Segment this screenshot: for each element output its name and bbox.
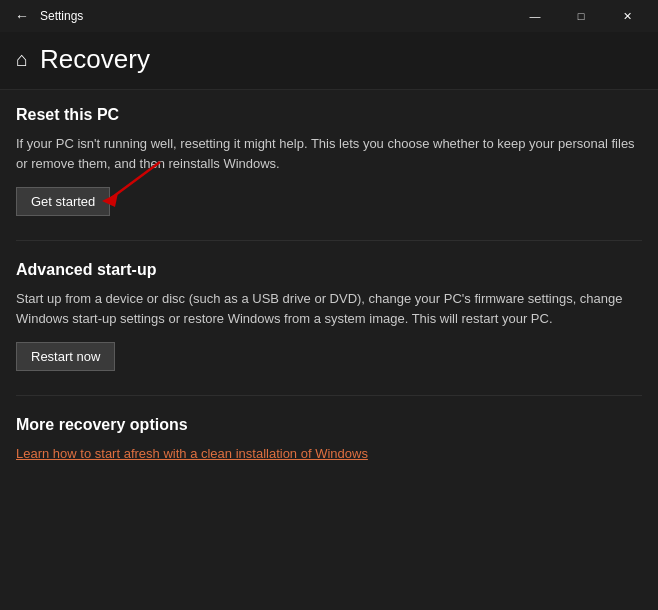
divider-2	[16, 395, 642, 396]
restart-now-button[interactable]: Restart now	[16, 342, 115, 371]
minimize-button[interactable]: —	[512, 0, 558, 32]
home-icon: ⌂	[16, 48, 28, 71]
get-started-container: Get started	[16, 187, 110, 216]
divider-1	[16, 240, 642, 241]
maximize-icon: □	[578, 10, 585, 22]
minimize-icon: —	[530, 10, 541, 22]
page-header: ⌂ Recovery	[0, 32, 658, 90]
advanced-startup-title: Advanced start-up	[16, 261, 642, 279]
back-icon: ←	[15, 8, 29, 24]
more-recovery-title: More recovery options	[16, 416, 642, 434]
reset-pc-description: If your PC isn't running well, resetting…	[16, 134, 642, 173]
maximize-button[interactable]: □	[558, 0, 604, 32]
title-bar: ← Settings — □ ✕	[0, 0, 658, 32]
advanced-startup-description: Start up from a device or disc (such as …	[16, 289, 642, 328]
clean-install-link[interactable]: Learn how to start afresh with a clean i…	[16, 446, 368, 461]
close-icon: ✕	[623, 10, 632, 23]
window-controls: — □ ✕	[512, 0, 650, 32]
more-recovery-section: More recovery options Learn how to start…	[16, 416, 642, 462]
back-button[interactable]: ←	[8, 2, 36, 30]
window-title: Settings	[36, 9, 512, 23]
reset-pc-section: Reset this PC If your PC isn't running w…	[16, 106, 642, 216]
page-title: Recovery	[40, 44, 150, 75]
advanced-startup-section: Advanced start-up Start up from a device…	[16, 261, 642, 371]
get-started-button[interactable]: Get started	[16, 187, 110, 216]
close-button[interactable]: ✕	[604, 0, 650, 32]
reset-pc-title: Reset this PC	[16, 106, 642, 124]
main-content: Reset this PC If your PC isn't running w…	[0, 90, 658, 610]
